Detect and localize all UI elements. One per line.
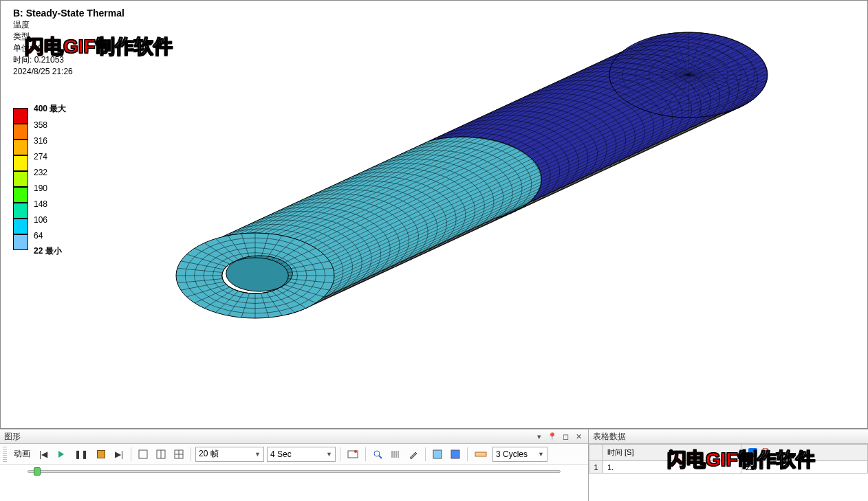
- stop-button[interactable]: [94, 447, 109, 462]
- result-info-block: B: Steady-State Thermal 温度 类型 单位: °C 时间:…: [13, 8, 124, 78]
- frames-value: 20 帧: [199, 448, 219, 460]
- cycles-combo[interactable]: 3 Cycles▼: [492, 447, 547, 462]
- duration-combo[interactable]: 4 Sec▼: [267, 447, 336, 462]
- timeline-thumb[interactable]: [34, 467, 41, 476]
- distributed-icon[interactable]: [388, 447, 403, 462]
- viewport-3d[interactable]: B: Steady-State Thermal 温度 类型 单位: °C 时间:…: [0, 0, 868, 429]
- info-line-units: 单位: °C: [13, 43, 124, 54]
- svg-rect-140: [433, 450, 442, 458]
- chevron-down-icon: ▼: [326, 451, 332, 458]
- bottom-panels: 图形 ▾ 📍 ◻ ✕ 动画 |◀ ❚❚ ▶| 20 帧▼ 4 Sec▼: [0, 429, 868, 501]
- svg-line-135: [379, 456, 382, 458]
- tabular-data[interactable]: 时间 [S] 最 1 1. 22.: [589, 444, 868, 501]
- graph-panel-title: 图形: [4, 431, 21, 443]
- svg-line-20: [321, 52, 755, 252]
- play-button[interactable]: [54, 447, 69, 462]
- layout-quad-icon[interactable]: [171, 447, 186, 462]
- pause-button[interactable]: ❚❚: [72, 447, 91, 462]
- table-row[interactable]: 1 1. 22.: [589, 461, 868, 474]
- col-2-header[interactable]: 最: [741, 445, 868, 461]
- table-panel-titlebar: 表格数据: [589, 429, 868, 444]
- probe-icon[interactable]: [406, 447, 421, 462]
- animation-timeline[interactable]: [0, 465, 588, 484]
- element-contour-icon[interactable]: [448, 447, 463, 462]
- node-contour-icon[interactable]: [430, 447, 445, 462]
- layout-split-icon[interactable]: [153, 447, 169, 462]
- zoom-fit-icon[interactable]: [370, 447, 385, 462]
- animation-toolbar: 动画 |◀ ❚❚ ▶| 20 帧▼ 4 Sec▼ 3 Cycles▼: [0, 444, 588, 465]
- table-panel: 表格数据 时间 [S] 最 1 1. 22.: [589, 429, 868, 501]
- table-corner: [589, 445, 603, 461]
- row-number: 1: [589, 461, 603, 474]
- graph-panel-titlebar: 图形 ▾ 📍 ◻ ✕: [0, 429, 588, 444]
- layout-single-icon[interactable]: [135, 447, 151, 462]
- export-video-icon[interactable]: [345, 447, 361, 462]
- ruler-icon[interactable]: [472, 447, 490, 462]
- svg-rect-126: [139, 450, 147, 458]
- col-2-label: 最: [761, 447, 769, 456]
- col-2-checkbox[interactable]: [748, 448, 757, 457]
- chevron-down-icon: ▼: [538, 451, 544, 458]
- animation-label: 动画: [11, 448, 33, 460]
- frame-last-button[interactable]: ▶|: [111, 447, 127, 462]
- panel-close-icon[interactable]: ✕: [573, 432, 584, 441]
- panel-window-icon[interactable]: ◻: [560, 432, 571, 441]
- info-line-quantity: 温度: [13, 19, 124, 31]
- toolbar-grip[interactable]: [3, 447, 7, 462]
- info-line-type: 类型: [13, 31, 124, 43]
- svg-rect-142: [475, 452, 486, 456]
- graph-panel: 图形 ▾ 📍 ◻ ✕ 动画 |◀ ❚❚ ▶| 20 帧▼ 4 Sec▼: [0, 429, 589, 501]
- table-header-row: 时间 [S] 最: [589, 445, 868, 461]
- frame-first-button[interactable]: |◀: [36, 447, 51, 462]
- info-line-time: 时间: 0.21053: [13, 54, 124, 66]
- svg-rect-141: [451, 450, 459, 458]
- chevron-down-icon: ▼: [254, 451, 261, 458]
- analysis-title: B: Steady-State Thermal: [13, 8, 124, 19]
- cell-time[interactable]: 1.: [603, 461, 741, 474]
- table-panel-title: 表格数据: [593, 431, 626, 443]
- cycles-value: 3 Cycles: [496, 449, 528, 459]
- timeline-track[interactable]: [28, 470, 561, 473]
- svg-line-22: [327, 57, 761, 258]
- svg-line-21: [325, 54, 758, 255]
- panel-dropdown-icon[interactable]: ▾: [534, 432, 545, 441]
- result-mesh-cylinder[interactable]: [159, 21, 778, 406]
- svg-point-133: [354, 450, 357, 453]
- frames-combo[interactable]: 20 帧▼: [195, 447, 264, 462]
- info-line-datetime: 2024/8/25 21:26: [13, 66, 124, 78]
- color-legend: 400 最大3583162742321901481066422 最小: [13, 108, 66, 250]
- cell-c2[interactable]: 22.: [741, 461, 868, 474]
- panel-pin-icon[interactable]: 📍: [547, 432, 558, 441]
- col-time-header[interactable]: 时间 [S]: [603, 445, 741, 461]
- svg-point-134: [374, 451, 380, 456]
- duration-value: 4 Sec: [270, 449, 292, 459]
